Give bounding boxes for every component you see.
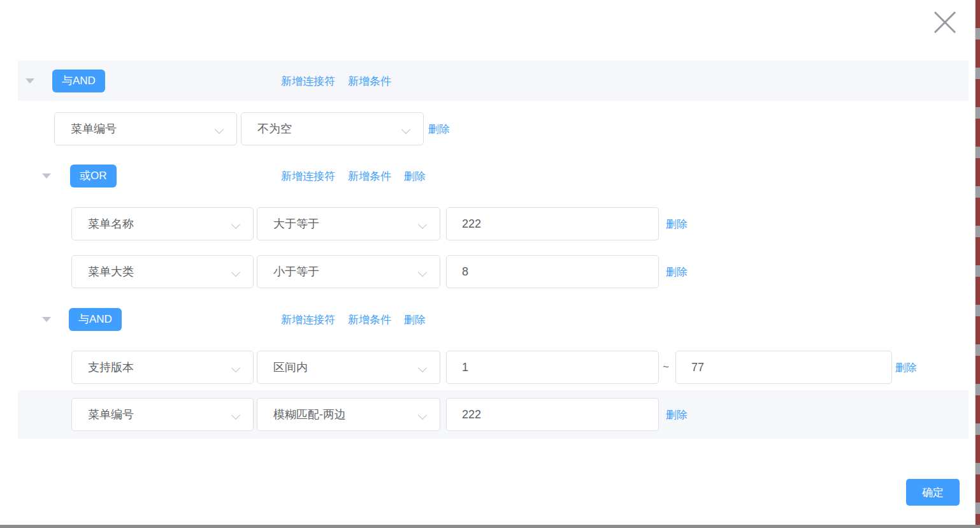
delete-condition-link[interactable]: 删除 [666,217,688,231]
operator-select-value: 模糊匹配-两边 [273,399,346,430]
condition-row: 支持版本 区间内 ~ 删除 [0,351,980,384]
delete-condition-link[interactable]: 删除 [666,265,688,279]
chevron-down-icon [231,411,240,420]
group-1-header: 与AND 新增连接符 新增条件 [0,63,980,99]
condition-builder-dialog: 与AND 新增连接符 新增条件 菜单编号 不为空 删除 或OR 新增连接符 新增… [0,0,980,528]
field-select-value: 菜单大类 [88,256,134,288]
field-select[interactable]: 菜单编号 [71,398,254,431]
delete-condition-link[interactable]: 删除 [895,360,917,375]
add-condition-link[interactable]: 新增条件 [348,312,391,327]
range-max-input[interactable] [675,351,892,384]
right-edge-decoration [975,0,980,528]
collapse-caret-icon[interactable] [42,173,51,179]
field-select[interactable]: 支持版本 [71,351,254,384]
condition-row: 菜单名称 大于等于 删除 [0,207,980,240]
add-connector-link[interactable]: 新增连接符 [281,312,335,327]
operator-select-value: 小于等于 [273,256,319,288]
field-select[interactable]: 菜单大类 [71,255,254,288]
value-input[interactable] [446,207,659,240]
delete-condition-link[interactable]: 删除 [666,407,688,422]
field-select[interactable]: 菜单名称 [71,207,254,240]
value-input[interactable] [446,398,659,431]
chevron-down-icon [401,125,410,134]
range-separator: ~ [663,361,669,374]
operator-select[interactable]: 小于等于 [257,255,440,288]
operator-select-value: 不为空 [257,113,292,145]
delete-condition-link[interactable]: 删除 [428,122,450,136]
operator-select[interactable]: 大于等于 [257,207,440,240]
add-connector-link[interactable]: 新增连接符 [281,169,335,184]
operator-select-value: 大于等于 [273,208,319,240]
group-2-header: 或OR 新增连接符 新增条件 删除 [0,160,980,192]
field-select-value: 菜单编号 [71,113,117,145]
add-condition-link[interactable]: 新增条件 [348,74,391,89]
close-icon[interactable] [932,9,958,36]
field-select-value: 菜单编号 [88,399,134,430]
chevron-down-icon [215,125,224,134]
field-select-value: 菜单名称 [88,208,134,240]
chevron-down-icon [418,220,427,229]
group-1-logic-badge[interactable]: 与AND [52,70,105,92]
chevron-down-icon [418,411,427,420]
operator-select[interactable]: 区间内 [257,351,440,384]
delete-group-link[interactable]: 删除 [404,169,426,184]
close-icon-glyph [933,10,957,34]
condition-row: 菜单编号 模糊匹配-两边 删除 [0,398,980,431]
delete-group-link[interactable]: 删除 [404,312,426,327]
chevron-down-icon [231,363,240,372]
operator-select[interactable]: 不为空 [241,112,424,145]
confirm-button[interactable]: 确定 [906,479,960,506]
group-2-logic-badge[interactable]: 或OR [70,165,117,187]
operator-select[interactable]: 模糊匹配-两边 [257,398,440,431]
add-condition-link[interactable]: 新增条件 [348,169,391,184]
group-3-header: 与AND 新增连接符 新增条件 删除 [0,304,980,335]
collapse-caret-icon[interactable] [25,78,34,84]
collapse-caret-icon[interactable] [42,317,51,322]
chevron-down-icon [418,268,427,277]
field-select-value: 支持版本 [88,351,134,383]
chevron-down-icon [231,220,240,229]
condition-row: 菜单大类 小于等于 删除 [0,255,980,288]
operator-select-value: 区间内 [273,351,308,383]
value-input[interactable] [446,255,659,288]
chevron-down-icon [231,268,240,277]
group-3-logic-badge[interactable]: 与AND [69,308,122,331]
range-min-input[interactable] [446,351,659,384]
field-select[interactable]: 菜单编号 [54,112,237,145]
add-connector-link[interactable]: 新增连接符 [281,74,335,89]
bottom-edge-decoration [0,525,980,528]
chevron-down-icon [418,363,427,372]
condition-row: 菜单编号 不为空 删除 [0,112,980,145]
